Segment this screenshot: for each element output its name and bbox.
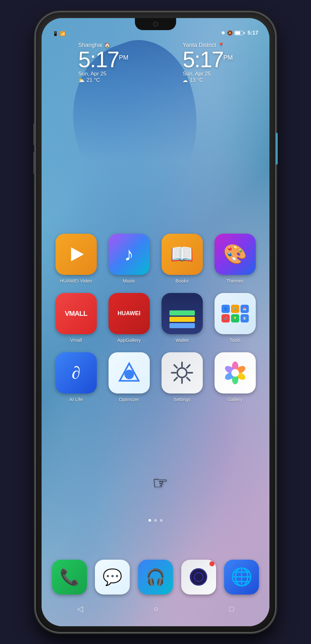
- notch: [135, 18, 176, 30]
- phone-screen: 📱 📶 ✱ 🔕 5:17 Shanghai 🏠: [42, 18, 269, 626]
- app-appgallery[interactable]: HUAWEI AppGallery: [104, 293, 154, 343]
- camera-notification-dot: [209, 561, 215, 566]
- svg-point-17: [231, 369, 239, 377]
- app-tools[interactable]: 👤 ⚙️ 📅 🔊 💡 ℹ️ Tools: [210, 293, 260, 343]
- vmall-label: Vmall: [70, 337, 82, 343]
- app-themes[interactable]: 🎨 Themes: [210, 234, 260, 283]
- optimizer-icon[interactable]: [109, 352, 150, 394]
- ailife-label: AI Life: [69, 397, 83, 402]
- gallery-icon[interactable]: [215, 352, 256, 394]
- clock-date-right: Sun, Apr 25: [182, 71, 211, 77]
- dock-phone[interactable]: 📞: [52, 560, 87, 595]
- wallet-label: Wallet: [175, 337, 189, 343]
- page-indicators: [149, 519, 162, 522]
- status-time: 5:17: [248, 30, 258, 36]
- dock-assistant[interactable]: 🎧: [138, 560, 173, 595]
- notification-icon: 🔕: [227, 30, 233, 36]
- phone-device: 📱 📶 ✱ 🔕 5:17 Shanghai 🏠: [35, 11, 276, 633]
- themes-label: Themes: [226, 278, 243, 283]
- clock-widget-left: Shanghai 🏠 5:17PM Sun, Apr 25 ⛅ 21 °C: [78, 42, 128, 84]
- clock-widget-right: Yanta District 📍 5:17PM Sun, Apr 25 ☁ 13…: [182, 42, 233, 84]
- battery-indicator: [235, 31, 245, 35]
- page-dot-3: [160, 519, 162, 522]
- hand-cursor-indicator: ☞: [152, 473, 168, 493]
- tools-icon[interactable]: 👤 ⚙️ 📅 🔊 💡 ℹ️: [215, 293, 256, 334]
- assistant-app-icon[interactable]: 🎧: [138, 560, 173, 595]
- recent-button[interactable]: □: [229, 604, 234, 613]
- page-dot-1: [149, 519, 151, 522]
- navigation-bar: ◁ ○ □: [42, 598, 269, 620]
- appgallery-icon[interactable]: HUAWEI: [109, 293, 150, 334]
- clock-weather-left: ⛅ 21 °C: [78, 77, 100, 84]
- svg-line-7: [174, 365, 177, 368]
- svg-line-8: [187, 378, 190, 381]
- clock-area: Shanghai 🏠 5:17PM Sun, Apr 25 ⛅ 21 °C Ya…: [42, 42, 269, 84]
- wallet-icon[interactable]: [162, 293, 203, 334]
- front-camera: [153, 22, 158, 27]
- appgallery-label: AppGallery: [117, 337, 141, 343]
- home-button[interactable]: ○: [154, 604, 158, 613]
- app-vmall[interactable]: VMALL Vmall: [51, 293, 101, 343]
- huawei-video-label: HUAWEI Video: [60, 278, 92, 283]
- app-wallet[interactable]: Wallet: [157, 293, 207, 343]
- gallery-label: Gallery: [228, 397, 243, 402]
- music-icon[interactable]: ♪: [109, 234, 150, 275]
- settings-label: Settings: [173, 397, 190, 402]
- app-optimizer[interactable]: Optimizer: [104, 352, 154, 402]
- svg-line-10: [174, 378, 177, 381]
- ailife-icon[interactable]: ∂: [56, 352, 97, 394]
- tools-label: Tools: [229, 337, 241, 343]
- app-books[interactable]: 📖 Books: [157, 234, 207, 283]
- sim-icon: 📱: [53, 31, 58, 36]
- settings-icon[interactable]: [162, 352, 203, 394]
- bluetooth-icon: ✱: [221, 30, 225, 36]
- volume-up-button[interactable]: [33, 123, 35, 146]
- svg-point-1: [124, 370, 134, 379]
- clock-time-left: 5:17PM: [78, 49, 128, 71]
- svg-point-2: [177, 368, 187, 378]
- app-ailife[interactable]: ∂ AI Life: [51, 352, 101, 402]
- browser-app-icon[interactable]: 🌐: [224, 560, 259, 595]
- app-gallery[interactable]: Gallery: [210, 352, 260, 402]
- app-grid: HUAWEI Video ♪ Music 📖 Books 🎨: [42, 234, 269, 402]
- themes-icon[interactable]: 🎨: [215, 234, 256, 275]
- status-bar-left: 📱 📶: [53, 31, 65, 36]
- dock-browser[interactable]: 🌐: [224, 560, 259, 595]
- vmall-icon[interactable]: VMALL: [56, 293, 97, 334]
- dock: 📞 💬 🎧: [48, 560, 263, 595]
- books-icon[interactable]: 📖: [162, 234, 203, 275]
- app-huawei-video[interactable]: HUAWEI Video: [51, 234, 101, 283]
- back-button[interactable]: ◁: [77, 604, 83, 613]
- clock-date-left: Sun, Apr 25: [78, 71, 106, 77]
- svg-line-9: [187, 365, 190, 368]
- wifi-icon: 📶: [60, 31, 65, 36]
- messages-app-icon[interactable]: 💬: [95, 560, 130, 595]
- books-label: Books: [175, 278, 189, 283]
- status-bar-right: ✱ 🔕 5:17: [221, 30, 258, 36]
- music-label: Music: [123, 278, 135, 283]
- huawei-video-icon[interactable]: [56, 234, 97, 275]
- dock-messages[interactable]: 💬: [95, 560, 130, 595]
- clock-time-right: 5:17PM: [182, 49, 233, 71]
- optimizer-label: Optimizer: [119, 397, 139, 402]
- app-settings[interactable]: Settings: [157, 352, 207, 402]
- phone-app-icon[interactable]: 📞: [52, 560, 87, 595]
- clock-weather-right: ☁ 13 °C: [182, 77, 203, 84]
- power-button[interactable]: [276, 133, 278, 165]
- app-music[interactable]: ♪ Music: [104, 234, 154, 283]
- page-dot-2: [154, 519, 157, 522]
- dock-camera[interactable]: [181, 560, 216, 595]
- volume-down-button[interactable]: [33, 152, 35, 174]
